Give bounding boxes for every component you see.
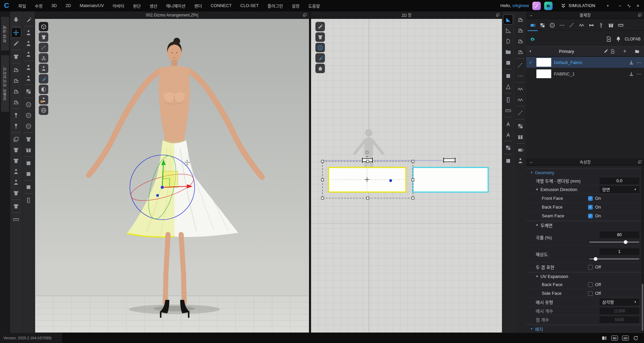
fabric-item[interactable]: ✓ Default_Fabric ⋯ [526,57,644,68]
restore-button[interactable] [627,4,631,8]
menu-plugin[interactable]: 플러그인 [263,0,287,11]
viewport-3d-canvas[interactable] [35,19,309,333]
solidify-garment-icon[interactable] [11,52,21,61]
undock-icon[interactable] [303,13,307,17]
avatar-pose-5-icon[interactable] [24,73,33,83]
badge-3d[interactable]: 3D [611,336,618,341]
tab-puckering-icon[interactable] [577,21,586,30]
mn-sewing-icon[interactable] [11,87,21,96]
simulation-control[interactable]: SIMULATION ▼ [561,3,609,8]
graphic-2d-icon[interactable] [515,121,525,131]
show-texture-icon[interactable] [39,106,48,115]
section-geometry[interactable]: ▼Geometry [526,168,644,177]
double-layer-checkbox[interactable]: ✓ [588,265,593,270]
fabric-apply-icon[interactable] [515,145,525,155]
viewport-2d-canvas[interactable] [311,19,502,333]
tab-button-icon[interactable] [548,21,557,30]
pin-icon[interactable] [11,111,21,120]
simulation-dropdown-caret[interactable]: ▼ [607,4,609,7]
puffer-garment-icon[interactable] [24,145,33,155]
section-placement[interactable]: ▼배치 [526,325,644,333]
pattern-board-icon[interactable] [24,182,33,192]
internal-polygon-icon[interactable] [503,71,513,81]
paint-fabric-icon[interactable] [39,74,48,83]
menu-3d[interactable]: 3D [47,0,61,11]
show-avatar-icon[interactable] [39,64,48,73]
add-fabric-icon[interactable] [608,47,617,56]
tab-topstitch-icon[interactable] [567,21,576,30]
minimize-button[interactable]: − [619,3,621,8]
show-base-2d-icon[interactable] [316,64,325,73]
close-button[interactable]: × [637,3,639,8]
ai-assistant-button[interactable] [532,2,541,10]
save-fabric-icon[interactable] [629,71,634,76]
resolution-slider[interactable] [589,257,639,260]
edit-curve-icon[interactable] [503,36,513,46]
avatar-material-icon[interactable] [39,95,48,104]
fabric-swatch[interactable] [536,69,551,78]
polygon-pattern-icon[interactable] [503,58,513,67]
section-thickness-face[interactable]: ▼두께면 [526,221,644,229]
fold-arrangement-icon[interactable] [11,134,21,144]
dart-icon[interactable] [503,82,513,91]
free-sew-2d-icon[interactable] [515,26,525,35]
mn-sew-2d-icon[interactable] [515,36,525,46]
style-transfer-icon[interactable] [11,201,21,211]
clo-services-button[interactable] [544,2,553,10]
fabric-group-header[interactable]: ▼ Primary + [526,46,644,56]
button-3d-icon[interactable] [24,100,33,109]
show-thickness-icon[interactable] [39,85,48,94]
check-sew-2d-icon[interactable] [515,47,525,57]
tab-bow-icon[interactable] [587,21,596,30]
show-seamline-icon[interactable] [39,43,48,52]
internal-line-handle[interactable] [444,158,455,163]
pin-box-icon[interactable] [11,121,21,131]
open-library-folder-icon[interactable] [633,47,641,56]
texture-garment-icon[interactable] [24,134,33,144]
tab-zipper-icon[interactable] [597,21,606,30]
scale-tool-icon[interactable] [24,195,33,205]
undock-icon[interactable] [638,160,642,164]
padding-garment-icon[interactable] [11,145,21,155]
tab-buttonhole-icon[interactable] [558,21,566,30]
uv-side-face-checkbox[interactable]: ✓ [588,291,593,296]
menu-edit[interactable]: 수정 [30,0,47,11]
uv-back-face-checkbox[interactable]: ✓ [588,282,593,287]
extrusion-direction-dropdown[interactable]: 양면▼ [599,186,639,193]
rect-board-1-icon[interactable] [24,158,33,168]
button-lock-icon[interactable] [24,121,33,131]
save-fabric-icon[interactable] [629,60,634,65]
rect-board-2-icon[interactable] [24,169,33,179]
paint-2d-icon[interactable] [316,54,325,62]
menu-2d[interactable]: 2D [61,0,75,11]
pleat-fold-icon[interactable] [515,108,525,118]
pattern-annotation-icon[interactable] [503,130,513,139]
more-options-icon[interactable]: ⋯ [637,71,641,76]
rotation-pivot[interactable] [366,151,368,154]
checker-garment-icon[interactable] [24,87,33,96]
wrap-rotate-icon[interactable] [11,178,21,187]
bell-icon[interactable] [615,36,621,42]
collapse-caret-icon[interactable]: ▼ [529,50,532,53]
pattern-info-icon[interactable] [316,43,325,52]
fabric-swatch[interactable] [536,58,551,67]
tab-trim-icon[interactable] [616,21,625,30]
menu-avatar[interactable]: 아바타 [108,0,129,11]
show-garment-2d-icon[interactable] [316,33,325,41]
back-face-checkbox[interactable]: ✓ [588,205,593,210]
tab-modular-library[interactable]: 모듈러 라이브러리 [1,55,9,112]
menu-production[interactable]: 생산 [145,0,162,11]
menu-animation[interactable]: 애니메이션 [162,0,190,11]
show-garment-icon[interactable] [39,33,48,41]
pattern-piece-2[interactable] [413,167,488,192]
undock-icon[interactable] [496,13,500,17]
refresh-icon[interactable] [633,335,639,341]
menu-materials-uv[interactable]: Materials/UV [75,0,108,11]
segment-sew-2d-icon[interactable] [515,15,525,24]
lift-garment-icon[interactable] [11,188,21,198]
fabric-item[interactable]: FABRIC_1 ⋯ [526,68,644,79]
viewport-3d[interactable]: 002.Gizmo Arrangement.ZPrj [35,11,309,333]
wrap-drape-icon[interactable] [11,167,21,176]
more-options-icon[interactable]: ⋯ [637,60,641,65]
menu-file[interactable]: 파일 [14,0,30,11]
